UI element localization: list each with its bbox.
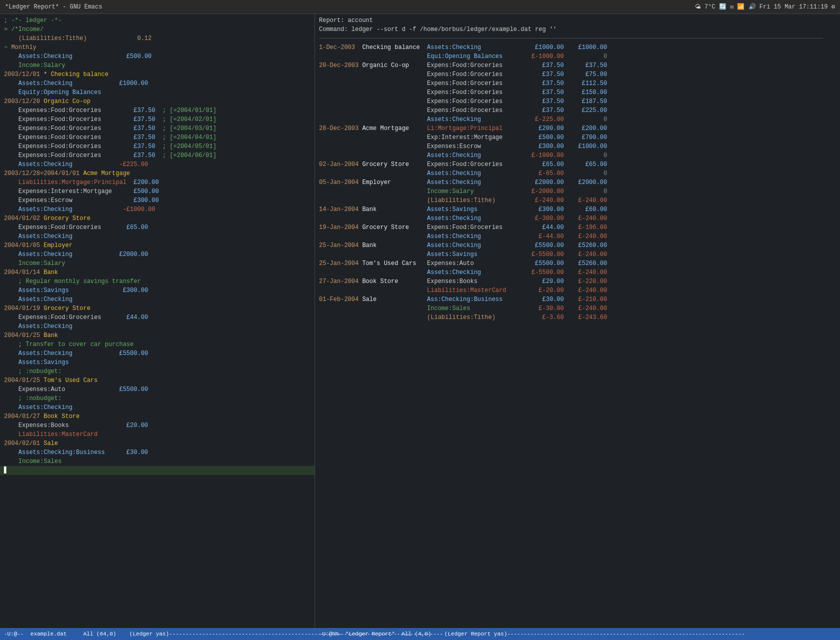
left-pane-line: Expenses:Food:Groceries £37.50 ; [=2004/… (0, 106, 314, 115)
right-pane-entry: Assets:Savings £-5500.00 £-240.00 (315, 250, 840, 259)
right-pane-entry: 27-Jan-2004 Book Store Expenses:Books £2… (315, 277, 840, 286)
title-bar-title: *Ledger Report* - GNU Emacs (5, 4, 102, 10)
left-pane-line: Liabilities:Mortgage:Principal £200.00 (0, 178, 314, 187)
right-pane-entry: Income:Sales £-30.00 £-240.00 (315, 304, 840, 313)
left-pane-line: ~ Monthly (0, 43, 314, 52)
right-pane[interactable]: Report: accountCommand: ledger --sort d … (315, 14, 840, 628)
right-pane-entry: Assets:Checking £-5500.00 £-240.00 (315, 268, 840, 277)
right-pane-entry: 25-Jan-2004 Bank Assets:Checking £5500.0… (315, 241, 840, 250)
left-pane-line: Expenses:Food:Groceries £37.50 ; [=2004/… (0, 115, 314, 124)
left-pane-line: 2004/01/25 Tom's Used Cars (0, 376, 314, 385)
right-pane-entry: Assets:Checking £-225.00 0 (315, 115, 840, 124)
left-pane-line: ; :nobudget: (0, 367, 314, 376)
right-pane-entry: Expens:Food:Groceries £37.50 £75.00 (315, 70, 840, 79)
left-pane-line: Assets:Checking (0, 322, 314, 331)
left-pane-line: 2004/01/14 Bank (0, 268, 314, 277)
right-pane-entry: Liabilities:MasterCard £-20.00 £-240.00 (315, 286, 840, 295)
left-pane-line: Expenses:Food:Groceries £37.50 ; [=2004/… (0, 124, 314, 133)
left-pane-line: Assets:Checking £1000.00 (0, 79, 314, 88)
left-pane-line: ; :nobudget: (0, 394, 314, 403)
left-pane-line: Liabilities:MasterCard (0, 430, 314, 439)
right-pane-entry: 05-Jan-2004 Employer Assets:Checking £20… (315, 178, 840, 187)
right-pane-entry: 20-Dec-2003 Organic Co-op Expens:Food:Gr… (315, 61, 840, 70)
left-pane-line: Expenses:Interest:Mortgage £500.00 (0, 187, 314, 196)
left-pane-line: Assets:Savings £300.00 (0, 286, 314, 295)
left-pane[interactable]: ; -*- ledger -*-= /*Income/ (Liabilities… (0, 14, 315, 628)
left-pane-line: Expenses:Food:Groceries £37.50 ; [=2004/… (0, 142, 314, 151)
left-pane-line: Expenses:Books £20.00 (0, 421, 314, 430)
left-pane-line: 2003/12/20 Organic Co-op (0, 97, 314, 106)
right-pane-entry: 28-Dec-2003 Acme Mortgage Li:Mortgage:Pr… (315, 124, 840, 133)
left-pane-line: Assets:Savings (0, 358, 314, 367)
right-pane-entry: Equi:Opening Balances £-1000.00 0 (315, 52, 840, 61)
left-pane-line: Assets:Checking -£1000.00 (0, 205, 314, 214)
right-pane-entry: Expens:Food:Groceries £37.50 £150.00 (315, 88, 840, 97)
left-pane-line: Assets:Checking £5500.00 (0, 349, 314, 358)
right-pane-entry: 1-Dec-2003 Checking balance Assets:Check… (315, 43, 840, 52)
left-pane-line: Assets:Checking:Business £30.00 (0, 448, 314, 457)
left-pane-line: Income:Sales (0, 457, 314, 466)
left-pane-line: ▋ (0, 466, 314, 475)
status-bar: -U:@-- example.dat All (64,0) (Ledger ya… (0, 628, 840, 640)
left-pane-line: Assets:Checking (0, 232, 314, 241)
left-pane-line: Assets:Checking (0, 295, 314, 304)
left-pane-line: Expenses:Auto £5500.00 (0, 385, 314, 394)
right-pane-entry: 01-Feb-2004 Sale Ass:Checking:Business £… (315, 295, 840, 304)
left-pane-line: = /*Income/ (0, 25, 314, 34)
right-pane-line: Command: ledger --sort d -f /home/borbus… (315, 25, 840, 34)
left-pane-line: Assets:Checking £2000.00 (0, 250, 314, 259)
main-container: ; -*- ledger -*-= /*Income/ (Liabilities… (0, 14, 840, 628)
right-pane-entry: Expenses:Escrow £300.00 £1000.00 (315, 142, 840, 151)
left-pane-line: Assets:Checking (0, 403, 314, 412)
left-pane-line: 2004/01/05 Employer (0, 241, 314, 250)
title-bar-right: 🌤 7°C 🔄 ✉ 📶 🔊 Fri 15 Mar 17:11:19 ⚙ (695, 3, 835, 10)
right-pane-entry: Assets:Checking £-44.00 £-240.00 (315, 232, 840, 241)
right-pane-entry: Exp:Interest:Mortgage £500.00 £700.00 (315, 133, 840, 142)
left-pane-line: 2004/01/02 Grocery Store (0, 214, 314, 223)
left-pane-line: Assets:Checking -£225.00 (0, 160, 314, 169)
left-pane-line: Expenses:Escrow £300.00 (0, 196, 314, 205)
left-pane-line: Expenses:Food:Groceries £37.50 ; [=2004/… (0, 151, 314, 160)
left-pane-line: Expenses:Food:Groceries £65.00 (0, 223, 314, 232)
left-pane-line: Equity:Opening Balances (0, 88, 314, 97)
right-pane-entry: Expens:Food:Groceries £37.50 £112.50 (315, 79, 840, 88)
right-pane-entry: (Liabilities:Tithe) £-240.00 £-240.00 (315, 196, 840, 205)
left-pane-line: (Liabilities:Tithe) 0.12 (0, 34, 314, 43)
left-pane-line: ; -*- ledger -*- (0, 16, 314, 25)
left-pane-line: 2004/01/25 Bank (0, 331, 314, 340)
left-pane-line: Expenses:Food:Groceries £44.00 (0, 313, 314, 322)
left-pane-line: 2004/02/01 Sale (0, 439, 314, 448)
right-pane-entry: 25-Jan-2004 Tom's Used Cars Expenses:Aut… (315, 259, 840, 268)
left-pane-line: ; Transfer to cover car purchase (0, 340, 314, 349)
left-pane-line: 2004/01/27 Book Store (0, 412, 314, 421)
right-pane-entry: (Liabilities:Tithe) £-3.60 £-243.60 (315, 313, 840, 322)
left-pane-line: Income:Salary (0, 259, 314, 268)
left-pane-line: 2004/01/19 Grocery Store (0, 304, 314, 313)
left-pane-line: ; Regular monthly savings transfer (0, 277, 314, 286)
right-pane-entry: 02-Jan-2004 Grocery Store Expens:Food:Gr… (315, 160, 840, 169)
right-pane-entry: 19-Jan-2004 Grocery Store Expens:Food:Gr… (315, 223, 840, 232)
left-pane-line: 2003/12/28=2004/01/01 Acme Mortgage (0, 169, 314, 178)
right-pane-entry: Expens:Food:Groceries £37.50 £187.50 (315, 97, 840, 106)
right-pane-entry: Assets:Checking £-300.00 £-240.00 (315, 214, 840, 223)
status-right: -U:@%%- *Ledger Report* All (4,0) (Ledge… (315, 631, 840, 637)
left-pane-line: Assets:Checking £500.00 (0, 52, 314, 61)
right-pane-separator: ────────────────────────────────────────… (315, 34, 840, 43)
right-pane-entry: 14-Jan-2004 Bank Assets:Savings £300.00 … (315, 205, 840, 214)
left-pane-line: 2003/12/01 * Checking balance (0, 70, 314, 79)
left-pane-line: Income:Salary (0, 61, 314, 70)
right-pane-line: Report: account (315, 16, 840, 25)
right-pane-entry: Assets:Checking £-65.00 0 (315, 169, 840, 178)
status-left: -U:@-- example.dat All (64,0) (Ledger ya… (0, 631, 315, 637)
right-pane-entry: Income:Salary £-2000.00 0 (315, 187, 840, 196)
title-bar: *Ledger Report* - GNU Emacs 🌤 7°C 🔄 ✉ 📶 … (0, 0, 840, 14)
right-pane-entry: Assets:Checking £-1000.00 0 (315, 151, 840, 160)
right-pane-entry: Expens:Food:Groceries £37.50 £225.00 (315, 106, 840, 115)
left-pane-line: Expenses:Food:Groceries £37.50 ; [=2004/… (0, 133, 314, 142)
